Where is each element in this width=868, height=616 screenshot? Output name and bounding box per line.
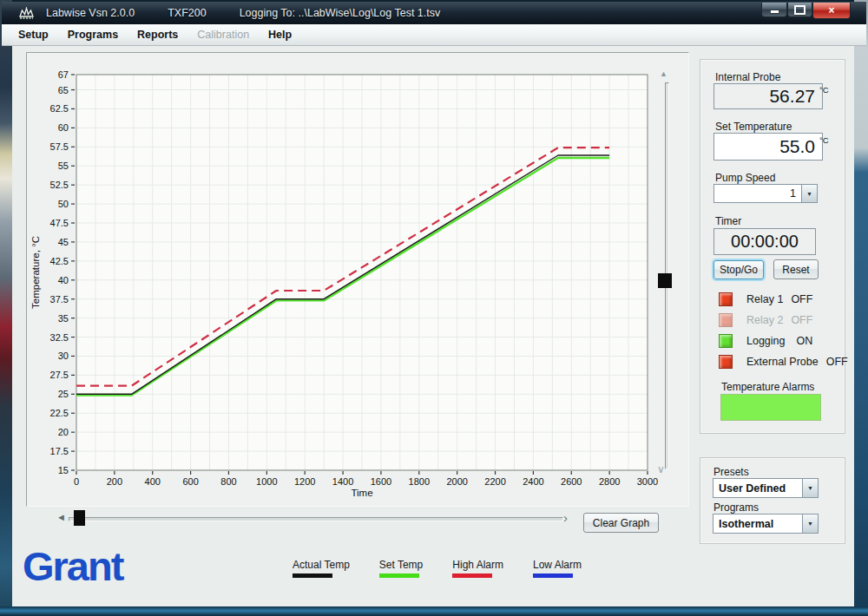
close-icon: × — [828, 4, 834, 16]
chevron-down-icon: ▼ — [807, 521, 813, 527]
external-probe-led-icon — [719, 355, 733, 369]
grant-logo: Grant — [23, 546, 122, 587]
temperature-alarms-label: Temperature Alarms — [721, 381, 814, 393]
svg-text:1400: 1400 — [332, 476, 353, 487]
chart-panel: 1517.52022.52527.53032.53537.54042.54547… — [26, 52, 689, 507]
legend-label: Set Temp — [379, 559, 423, 571]
menu-item-help[interactable]: Help — [259, 26, 301, 43]
menubar: Setup Programs Reports Calibration Help — [2, 24, 866, 46]
chart-legend: Actual Temp Set Temp High Alarm Low Alar… — [293, 559, 582, 578]
maximize-icon — [794, 5, 806, 15]
svg-text:32.5: 32.5 — [50, 332, 69, 343]
svg-text:2600: 2600 — [561, 476, 582, 487]
svg-text:200: 200 — [107, 476, 122, 487]
pump-speed-label: Pump Speed — [715, 172, 775, 184]
menu-item-reports[interactable]: Reports — [128, 26, 187, 43]
h-slider-left-icon[interactable]: ◄ — [56, 512, 66, 522]
window-border-left — [0, 0, 12, 616]
caption-buttons: × — [761, 2, 866, 24]
internal-probe-unit: °C — [819, 85, 829, 95]
v-slider-down-icon[interactable]: ∨ — [657, 466, 665, 474]
relay-1-led-icon — [719, 292, 733, 306]
temperature-alarms-status — [720, 394, 821, 421]
internal-probe-value: 56.27 — [713, 83, 823, 109]
programs-label: Programs — [713, 501, 759, 514]
minimize-button[interactable] — [761, 3, 787, 17]
presets-select[interactable]: User Defined ▼ — [713, 478, 819, 498]
h-slider-track[interactable] — [69, 517, 563, 521]
v-slider-up-icon[interactable]: ▲ — [660, 70, 667, 78]
external-probe-indicator: External Probe OFF — [719, 355, 848, 369]
svg-text:62.5: 62.5 — [50, 103, 69, 114]
programs-select[interactable]: Isothermal ▼ — [713, 514, 819, 534]
logging-led-icon — [719, 334, 733, 348]
svg-text:2800: 2800 — [599, 476, 620, 487]
svg-text:27.5: 27.5 — [50, 370, 69, 380]
titlebar[interactable]: Labwise Vsn 2.0.0 TXF200 Logging To: ..\… — [2, 2, 866, 24]
logging-state: ON — [797, 335, 813, 347]
svg-text:Time: Time — [351, 488, 372, 498]
h-slider-thumb[interactable] — [74, 510, 85, 526]
logging-label: Logging — [746, 335, 786, 347]
pump-speed-select[interactable]: 1 ▼ — [713, 184, 818, 203]
svg-text:0: 0 — [74, 476, 79, 487]
legend-label: Actual Temp — [293, 559, 350, 571]
reset-button[interactable]: Reset — [773, 259, 819, 279]
pump-speed-dropdown-button[interactable]: ▼ — [801, 185, 817, 202]
svg-text:2200: 2200 — [484, 476, 505, 487]
relay-2-state: OFF — [791, 314, 812, 326]
presets-label: Presets — [713, 466, 749, 478]
set-temperature-unit: °C — [819, 135, 829, 145]
menu-item-setup[interactable]: Setup — [9, 26, 58, 43]
actual-temp-swatch — [293, 573, 332, 578]
svg-text:800: 800 — [220, 476, 236, 487]
svg-text:50: 50 — [58, 199, 69, 209]
clear-graph-button[interactable]: Clear Graph — [583, 513, 659, 533]
menu-item-programs[interactable]: Programs — [58, 26, 128, 43]
low-alarm-swatch — [533, 573, 573, 578]
relay-1-indicator: Relay 1 OFF — [719, 292, 812, 306]
set-temperature-label: Set Temperature — [715, 121, 792, 133]
close-button[interactable]: × — [812, 3, 851, 19]
maximize-button[interactable] — [787, 3, 812, 17]
svg-text:30: 30 — [58, 351, 69, 361]
svg-text:65: 65 — [58, 85, 69, 95]
v-slider-thumb[interactable] — [658, 273, 672, 288]
minimize-icon — [771, 10, 779, 13]
logging-indicator: Logging ON — [719, 334, 812, 348]
svg-text:60: 60 — [58, 122, 69, 133]
svg-text:52.5: 52.5 — [50, 180, 69, 190]
svg-text:42.5: 42.5 — [50, 256, 69, 266]
svg-text:22.5: 22.5 — [50, 408, 69, 418]
relay-2-led-icon — [719, 313, 733, 327]
programs-value: Isothermal — [713, 518, 802, 530]
relay-2-indicator: Relay 2 OFF — [719, 313, 812, 327]
set-temperature-input[interactable]: 55.0 — [713, 133, 823, 161]
svg-text:2400: 2400 — [523, 476, 543, 487]
high-alarm-swatch — [452, 573, 492, 578]
h-slider-right-icon[interactable]: › — [563, 510, 568, 525]
svg-text:47.5: 47.5 — [50, 218, 69, 228]
window-border-right — [854, 0, 868, 616]
temperature-chart: 1517.52022.52527.53032.53537.54042.54547… — [27, 53, 687, 504]
internal-probe-label: Internal Probe — [715, 71, 780, 83]
legend-item-set-temp: Set Temp — [379, 559, 423, 578]
legend-label: Low Alarm — [533, 559, 582, 571]
svg-text:1000: 1000 — [256, 476, 277, 487]
legend-item-low-alarm: Low Alarm — [533, 559, 582, 578]
svg-text:15: 15 — [58, 465, 69, 475]
programs-dropdown-button[interactable]: ▼ — [802, 514, 818, 533]
svg-text:67: 67 — [58, 69, 69, 80]
timer-value: 00:00:00 — [713, 228, 816, 255]
timer-label: Timer — [715, 215, 741, 227]
svg-text:3000: 3000 — [637, 476, 658, 487]
chevron-down-icon: ▼ — [806, 191, 812, 197]
presets-dropdown-button[interactable]: ▼ — [802, 479, 818, 497]
svg-text:45: 45 — [58, 237, 69, 247]
svg-text:40: 40 — [58, 275, 69, 285]
relay-1-state: OFF — [791, 293, 812, 305]
svg-text:1600: 1600 — [371, 476, 391, 487]
legend-label: High Alarm — [452, 559, 503, 571]
stop-go-button[interactable]: Stop/Go — [713, 260, 764, 279]
presets-value: User Defined — [713, 482, 802, 495]
